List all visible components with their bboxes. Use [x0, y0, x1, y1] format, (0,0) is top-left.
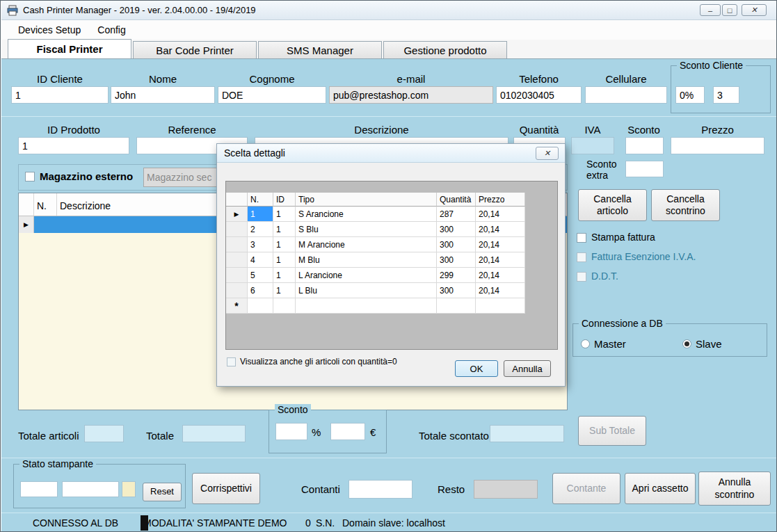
- tab-strip: Fiscal Printer Bar Code Printer SMS Mana…: [1, 40, 777, 59]
- cell-tipo: L Blu: [296, 283, 437, 298]
- scelta-dettagli-dialog: Scelta dettagli ✕ N. ID Tipo Quantità Pr…: [216, 143, 566, 387]
- row-selector-cell: [226, 268, 248, 283]
- minimize-icon: –: [708, 6, 712, 15]
- status-counter: 0: [305, 517, 311, 529]
- reset-button[interactable]: Reset: [143, 483, 182, 501]
- menu-devices-setup[interactable]: Devices Setup: [10, 22, 89, 38]
- id-cliente-input[interactable]: [11, 86, 109, 104]
- tab-fiscal-printer[interactable]: Fiscal Printer: [8, 39, 131, 58]
- cell-prezzo: 20,14: [476, 268, 525, 283]
- cell-n: 5: [248, 268, 273, 283]
- menu-config[interactable]: Config: [89, 22, 134, 38]
- row-selector-cell: [226, 222, 248, 237]
- sconto-euro-input[interactable]: [330, 423, 365, 440]
- cell-quantita: 300: [437, 283, 476, 298]
- cell-tipo: M Arancione: [296, 237, 437, 252]
- sconto-cliente-n-input[interactable]: [713, 86, 739, 104]
- magazzino-esterno-label: Magazzino esterno: [40, 170, 133, 182]
- cell-quantita: 299: [437, 268, 476, 283]
- cell-tipo: [296, 298, 437, 314]
- fattura-esenzione-label: Fattura Esenzione I.V.A.: [591, 251, 696, 262]
- details-grid[interactable]: N. ID Tipo Quantità Prezzo ▶ 1 1 S Aranc…: [225, 181, 558, 350]
- cell-prezzo: 20,14: [476, 283, 525, 298]
- telefono-input[interactable]: [496, 86, 582, 104]
- status-separator: [141, 515, 148, 531]
- contanti-input[interactable]: [349, 480, 412, 499]
- telefono-label: Telefono: [496, 73, 582, 85]
- details-col-quantita: Quantità: [437, 193, 476, 207]
- cognome-input[interactable]: [218, 86, 326, 104]
- cell-quantita: 287: [437, 207, 476, 222]
- tab-bar-code-printer[interactable]: Bar Code Printer: [133, 41, 257, 58]
- dialog-close-icon: ✕: [544, 149, 550, 158]
- ddt-label: D.D.T.: [591, 271, 618, 282]
- customer-section-divider: [1, 116, 777, 117]
- cell-id: [273, 298, 296, 314]
- title-bar[interactable]: Cash Printer Manager - 2019 - ver. 2.04.…: [1, 1, 777, 20]
- ok-button[interactable]: OK: [455, 360, 498, 377]
- cell-id: 1: [273, 268, 296, 283]
- new-row[interactable]: *: [226, 298, 525, 314]
- prezzo-input[interactable]: [671, 137, 764, 154]
- contanti-label: Contanti: [301, 483, 340, 495]
- totale-articoli-input[interactable]: [84, 425, 124, 442]
- sconto-extra-input[interactable]: [625, 161, 664, 177]
- cell-tipo: S Blu: [296, 222, 437, 237]
- cell-id: 1: [273, 283, 296, 298]
- tab-gestione-prodotto[interactable]: Gestione prodotto: [383, 41, 507, 58]
- sconto-input[interactable]: [625, 137, 664, 154]
- totale-scontato-label: Totale scontato: [419, 430, 489, 442]
- annulla-button[interactable]: Annulla: [504, 360, 551, 377]
- table-row[interactable]: 4 1 M Blu 300 20,14: [226, 252, 525, 268]
- table-row[interactable]: 5 1 L Arancione 299 20,14: [226, 268, 525, 283]
- maximize-button[interactable]: □: [722, 4, 737, 16]
- id-cliente-label: ID Cliente: [11, 73, 109, 85]
- minimize-button[interactable]: –: [700, 4, 721, 16]
- totale-articoli-label: Totale articoli: [18, 430, 79, 442]
- cell-prezzo: 20,14: [476, 252, 525, 268]
- nome-input[interactable]: [111, 86, 215, 104]
- table-row[interactable]: 3 1 M Arancione 300 20,14: [226, 237, 525, 252]
- corrispettivi-button[interactable]: Corrispettivi: [192, 473, 260, 504]
- table-row[interactable]: 2 1 S Blu 300 20,14: [226, 222, 525, 237]
- cell-tipo: L Arancione: [296, 268, 437, 283]
- close-button[interactable]: ✕: [742, 4, 767, 16]
- sconto-group-label: Sconto: [275, 404, 311, 415]
- cell-n: 4: [248, 252, 273, 268]
- sconto-cliente-percent-input[interactable]: [675, 86, 705, 104]
- row-selector-cell: [226, 237, 248, 252]
- master-radio-label: Master: [594, 338, 626, 350]
- contante-button[interactable]: Contante: [552, 473, 620, 504]
- dialog-close-button[interactable]: ✕: [536, 147, 559, 160]
- sconto-percent-input[interactable]: [275, 423, 307, 440]
- iva-input[interactable]: [571, 137, 614, 154]
- cellulare-input[interactable]: [585, 86, 667, 104]
- cellulare-label: Cellulare: [585, 73, 667, 85]
- id-prodotto-input[interactable]: [18, 137, 129, 154]
- apri-cassetto-button[interactable]: Apri cassetto: [625, 473, 696, 504]
- tab-sms-manager[interactable]: SMS Manager: [258, 41, 382, 58]
- annulla-scontrino-button[interactable]: Annulla scontrino: [698, 471, 771, 506]
- cancella-articolo-button[interactable]: Cancella articolo: [578, 189, 647, 221]
- totale-input[interactable]: [182, 425, 246, 442]
- stato-stampante-indicator: [122, 481, 136, 497]
- stato-stampante-field2[interactable]: [62, 481, 119, 497]
- id-prodotto-label: ID Prodotto: [18, 124, 129, 136]
- cancella-scontrino-button[interactable]: Cancella scontrino: [651, 189, 720, 221]
- dialog-title-bar[interactable]: Scelta dettagli: [217, 144, 565, 163]
- cell-tipo: S Arancione: [296, 207, 437, 222]
- stato-stampante-field1[interactable]: [20, 481, 58, 497]
- reference-label: Reference: [136, 124, 248, 136]
- resto-input[interactable]: [474, 480, 538, 499]
- table-row[interactable]: 6 1 L Blu 300 20,14: [226, 283, 525, 298]
- sub-totale-button[interactable]: Sub Totale: [578, 416, 646, 446]
- email-input[interactable]: [329, 86, 493, 104]
- table-row[interactable]: ▶ 1 1 S Arancione 287 20,14: [226, 207, 525, 222]
- resto-label: Resto: [438, 483, 465, 495]
- magazzino-secondario-combo-value: Magazzino sec: [147, 172, 211, 183]
- ddt-checkbox-box: [577, 272, 586, 282]
- row-selector-cell: [226, 252, 248, 268]
- totale-scontato-input[interactable]: [490, 425, 564, 442]
- details-col-id: ID: [273, 193, 296, 207]
- descrizione-label: Descrizione: [255, 124, 508, 136]
